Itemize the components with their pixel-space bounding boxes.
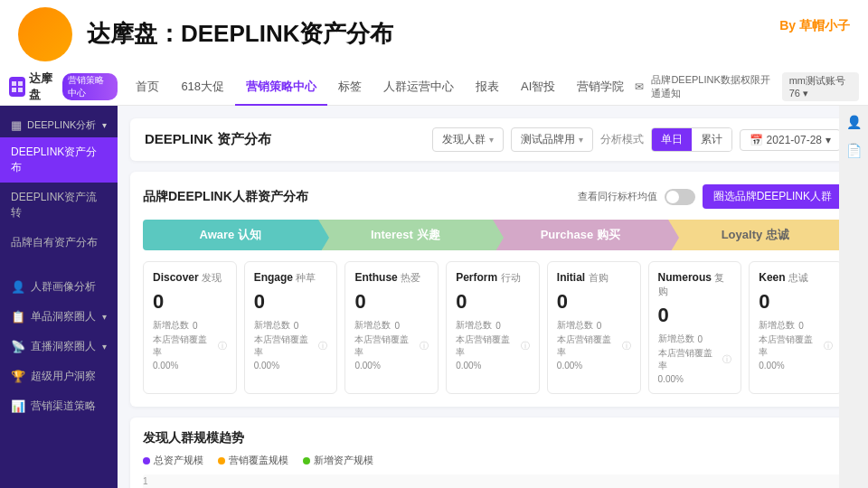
- discover-crowd-dropdown[interactable]: 发现人群 ▾: [432, 127, 504, 152]
- nav-reports[interactable]: 报表: [465, 68, 510, 106]
- metric-en: Enthuse: [354, 271, 397, 284]
- sidebar-item-super-users[interactable]: 🏆 超级用户洞察: [0, 361, 118, 391]
- coverage-value: 0.00%: [759, 361, 833, 371]
- header-controls: 发现人群 ▾ 测试品牌用 ▾ 分析模式 单日 累计 📅 2021-07-28 ▾: [432, 127, 841, 152]
- metric-zh: 热爱: [401, 272, 420, 283]
- info-icon: ⓘ: [824, 340, 833, 352]
- info-icon: ⓘ: [318, 340, 327, 352]
- info-icon: ⓘ: [420, 340, 429, 352]
- nav-academy[interactable]: 营销学院: [566, 68, 635, 106]
- sidebar-item-deeplink-flow[interactable]: DEEPLINK资产流转: [0, 183, 118, 228]
- page-title: DEEPLINK 资产分布: [145, 131, 432, 148]
- metric-zh: 种草: [296, 272, 316, 283]
- nav-marketing[interactable]: 营销策略中心: [235, 68, 327, 106]
- notification-bell[interactable]: ✉: [635, 80, 644, 93]
- sidebar-item-product-insight[interactable]: 📋 单品洞察圈人 ▾: [0, 302, 118, 332]
- metric-card-engage: Engage 种草 0 新增总数 0 本店营销覆盖率 ⓘ 0.00%: [244, 261, 338, 394]
- analysis-mode-label: 分析模式: [600, 132, 644, 147]
- new-count-value: 0: [394, 321, 400, 331]
- metric-card-keen: Keen 忠诚 0 新增总数 0 本店营销覆盖率 ⓘ 0.00%: [749, 261, 843, 394]
- date-picker[interactable]: 📅 2021-07-28 ▾: [740, 129, 841, 151]
- metric-value: 0: [254, 290, 328, 314]
- mode-single-btn[interactable]: 单日: [652, 128, 692, 151]
- trend-y-label: 1: [143, 476, 148, 486]
- test-brand-dropdown[interactable]: 测试品牌用 ▾: [511, 127, 593, 152]
- right-panel-user-icon[interactable]: 👤: [846, 115, 862, 129]
- right-panel: 👤 新人引导 📄: [839, 106, 868, 488]
- metric-value: 0: [456, 290, 530, 314]
- sidebar-item-crowd-analysis[interactable]: 👤 人群画像分析: [0, 272, 118, 302]
- metric-en: Engage: [254, 271, 293, 284]
- legend-dot-new: [303, 457, 310, 465]
- content-header: DEEPLINK 资产分布 发现人群 ▾ 测试品牌用 ▾ 分析模式 单日 累计 …: [130, 118, 855, 161]
- new-count-value: 0: [193, 321, 198, 331]
- user-menu[interactable]: mm测试账号76 ▾: [782, 72, 859, 101]
- right-panel-doc-icon[interactable]: 📄: [846, 144, 862, 158]
- metric-value: 0: [557, 290, 631, 314]
- trend-section: 发现人群规模趋势 总资产规模 营销覆盖规模 新增资产规模 1: [130, 418, 855, 488]
- navbar-badge: 营销策略中心: [62, 73, 118, 100]
- sidebar-deeplink-section: ▦ DEEPLINK分析 ▾ DEEPLINK资产分布 DEEPLINK资产流转…: [0, 106, 118, 265]
- banner-logo: [18, 7, 72, 61]
- coverage-value: 0.00%: [658, 374, 732, 384]
- sidebar-item-live-insight[interactable]: 📡 直播洞察圈人 ▾: [0, 332, 118, 361]
- funnel-aware-zh: 认知: [238, 228, 261, 241]
- funnel-interest: Interest 兴趣: [318, 220, 494, 250]
- metric-value: 0: [153, 290, 227, 314]
- legend-label-total: 总资产规模: [154, 454, 203, 467]
- section-header-row: 品牌DEEPLINK人群资产分布 查看同行标杆均值 圈选品牌DEEPLINK人群: [143, 184, 843, 209]
- funnel-row: Aware 认知 Interest 兴趣 Purchase 购买 Loyalty…: [143, 220, 843, 250]
- sidebar-item-brand-assets[interactable]: 品牌自有资产分布: [0, 228, 118, 258]
- sidebar-item-deeplink-analysis[interactable]: ▦ DEEPLINK分析 ▾: [0, 113, 118, 137]
- info-icon: ⓘ: [521, 340, 530, 352]
- nav-tags[interactable]: 标签: [327, 68, 373, 106]
- navbar: 达摩盘 营销策略中心 首页 618大促 营销策略中心 标签 人群运营中心 报表 …: [0, 68, 868, 106]
- new-count-value: 0: [294, 321, 299, 331]
- legend-dot-coverage: [218, 457, 225, 465]
- trend-chart: 1: [143, 474, 843, 488]
- expand-icon: ▾: [102, 312, 107, 322]
- sidebar-item-deeplink-assets[interactable]: DEEPLINK资产分布: [0, 137, 118, 183]
- live-icon: 📡: [11, 340, 25, 353]
- chevron-down-icon: ▾: [579, 135, 583, 145]
- nav-home[interactable]: 首页: [125, 68, 170, 106]
- metric-zh: 发现: [202, 272, 222, 283]
- legend-item-coverage: 营销覆盖规模: [218, 454, 288, 467]
- legend-dot-total: [143, 457, 150, 465]
- funnel-purchase: Purchase 购买: [493, 220, 668, 250]
- legend-item-new: 新增资产规模: [303, 454, 373, 467]
- funnel-aware: Aware 认知: [143, 220, 318, 250]
- circle-crowd-btn[interactable]: 圈选品牌DEEPLINK人群: [703, 184, 843, 209]
- coverage-label: 本店营销覆盖率: [153, 333, 214, 359]
- sidebar: ▦ DEEPLINK分析 ▾ DEEPLINK资产分布 DEEPLINK资产流转…: [0, 106, 118, 488]
- metric-en: Discover: [153, 271, 199, 284]
- nav-crowd[interactable]: 人群运营中心: [373, 68, 465, 106]
- new-count-label: 新增总数: [658, 333, 694, 345]
- sidebar-crowd-section: 👤 人群画像分析 📋 单品洞察圈人 ▾ 📡 直播洞察圈人 ▾ 🏆 超级用户洞察 …: [0, 265, 118, 428]
- sidebar-item-label: 品牌自有资产分布: [11, 235, 98, 250]
- metric-en: Numerous: [658, 271, 712, 284]
- notification-text: 品牌DEEPLINK数据权限开通通知: [651, 73, 774, 100]
- legend-item-total: 总资产规模: [143, 454, 203, 467]
- metric-value: 0: [658, 304, 732, 327]
- chevron-down-icon: ▾: [826, 134, 831, 146]
- channel-icon: 📊: [11, 399, 25, 413]
- funnel-loyalty: Loyalty 忠诚: [668, 220, 844, 250]
- sidebar-item-channel-strategy[interactable]: 📊 营销渠道策略: [0, 391, 118, 421]
- svg-rect-2: [12, 88, 16, 92]
- nav-618[interactable]: 618大促: [170, 68, 235, 106]
- legend-label-new: 新增资产规模: [314, 454, 373, 467]
- new-count-label: 新增总数: [456, 319, 492, 332]
- svg-rect-0: [12, 81, 16, 86]
- new-count-label: 新增总数: [557, 319, 593, 332]
- coverage-value: 0.00%: [254, 361, 328, 371]
- toggle-switch[interactable]: [665, 189, 695, 205]
- mode-cumulative-btn[interactable]: 累计: [692, 128, 731, 151]
- metric-value: 0: [759, 290, 833, 314]
- new-count-label: 新增总数: [759, 319, 795, 332]
- svg-rect-1: [18, 81, 23, 86]
- navbar-items: 首页 618大促 营销策略中心 标签 人群运营中心 报表 AI智投 营销学院: [125, 68, 635, 106]
- navbar-right: ✉ 品牌DEEPLINK数据权限开通通知 mm测试账号76 ▾: [635, 72, 859, 101]
- metric-zh: 行动: [501, 272, 521, 283]
- nav-ai[interactable]: AI智投: [510, 68, 566, 106]
